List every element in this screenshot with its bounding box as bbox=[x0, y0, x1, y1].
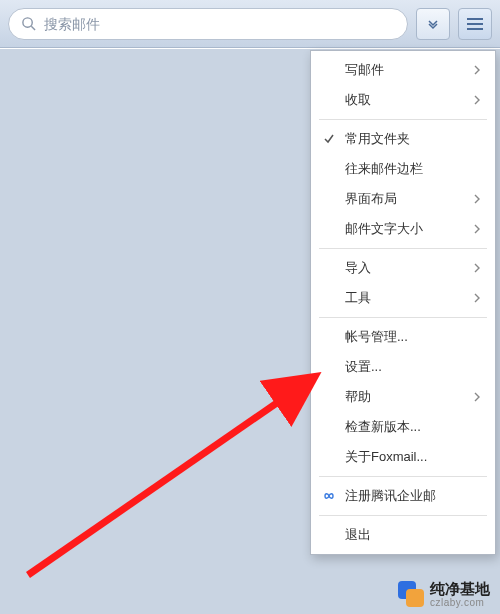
menu-separator bbox=[319, 248, 487, 249]
chevron-right-icon bbox=[473, 392, 487, 402]
infinity-icon bbox=[319, 491, 339, 501]
menu-item[interactable]: 检查新版本... bbox=[311, 412, 495, 442]
menu-item[interactable]: 往来邮件边栏 bbox=[311, 154, 495, 184]
menu-item-label: 导入 bbox=[345, 259, 467, 277]
chevron-right-icon bbox=[473, 263, 487, 273]
menu-item[interactable]: 常用文件夹 bbox=[311, 124, 495, 154]
menu-item[interactable]: 工具 bbox=[311, 283, 495, 313]
menu-item[interactable]: 帐号管理... bbox=[311, 322, 495, 352]
watermark-logo bbox=[398, 581, 424, 607]
svg-rect-4 bbox=[467, 28, 483, 30]
menu-item[interactable]: 邮件文字大小 bbox=[311, 214, 495, 244]
search-input[interactable] bbox=[44, 16, 395, 32]
menu-separator bbox=[319, 476, 487, 477]
menu-item-label: 设置... bbox=[345, 358, 467, 376]
menu-item-label: 帮助 bbox=[345, 388, 467, 406]
chevron-right-icon bbox=[473, 194, 487, 204]
svg-point-0 bbox=[23, 18, 32, 27]
menu-item-label: 收取 bbox=[345, 91, 467, 109]
menu-item-label: 帐号管理... bbox=[345, 328, 467, 346]
context-menu: 写邮件收取常用文件夹往来邮件边栏界面布局邮件文字大小导入工具帐号管理...设置.… bbox=[310, 50, 496, 555]
watermark-main: 纯净基地 bbox=[430, 581, 490, 598]
menu-separator bbox=[319, 119, 487, 120]
menu-item[interactable]: 设置... bbox=[311, 352, 495, 382]
watermark-sub: czlaby.com bbox=[430, 597, 490, 608]
svg-rect-3 bbox=[467, 23, 483, 25]
menu-separator bbox=[319, 515, 487, 516]
menu-item-label: 工具 bbox=[345, 289, 467, 307]
menu-item-label: 常用文件夹 bbox=[345, 130, 467, 148]
menu-item-label: 邮件文字大小 bbox=[345, 220, 467, 238]
chevron-right-icon bbox=[473, 224, 487, 234]
menu-item-label: 关于Foxmail... bbox=[345, 448, 467, 466]
hamburger-icon bbox=[467, 17, 483, 31]
chevron-down-icon bbox=[427, 18, 439, 30]
menu-separator bbox=[319, 317, 487, 318]
menu-item[interactable]: 注册腾讯企业邮 bbox=[311, 481, 495, 511]
menu-item-label: 界面布局 bbox=[345, 190, 467, 208]
menu-item-label: 检查新版本... bbox=[345, 418, 467, 436]
chevron-right-icon bbox=[473, 293, 487, 303]
watermark: 纯净基地 czlaby.com bbox=[398, 581, 490, 609]
chevron-right-icon bbox=[473, 65, 487, 75]
chevron-right-icon bbox=[473, 95, 487, 105]
main-menu-button[interactable] bbox=[458, 8, 492, 40]
menu-item[interactable]: 界面布局 bbox=[311, 184, 495, 214]
menu-item[interactable]: 收取 bbox=[311, 85, 495, 115]
search-dropdown-button[interactable] bbox=[416, 8, 450, 40]
menu-item-label: 往来邮件边栏 bbox=[345, 160, 467, 178]
menu-item[interactable]: 写邮件 bbox=[311, 55, 495, 85]
toolbar bbox=[0, 0, 500, 48]
menu-item[interactable]: 导入 bbox=[311, 253, 495, 283]
menu-item-label: 写邮件 bbox=[345, 61, 467, 79]
svg-line-1 bbox=[31, 26, 35, 30]
check-icon bbox=[319, 133, 339, 145]
menu-item-label: 注册腾讯企业邮 bbox=[345, 487, 467, 505]
menu-item-label: 退出 bbox=[345, 526, 467, 544]
menu-item[interactable]: 帮助 bbox=[311, 382, 495, 412]
menu-item[interactable]: 退出 bbox=[311, 520, 495, 550]
search-icon bbox=[21, 16, 36, 31]
search-box[interactable] bbox=[8, 8, 408, 40]
svg-rect-2 bbox=[467, 18, 483, 20]
menu-item[interactable]: 关于Foxmail... bbox=[311, 442, 495, 472]
